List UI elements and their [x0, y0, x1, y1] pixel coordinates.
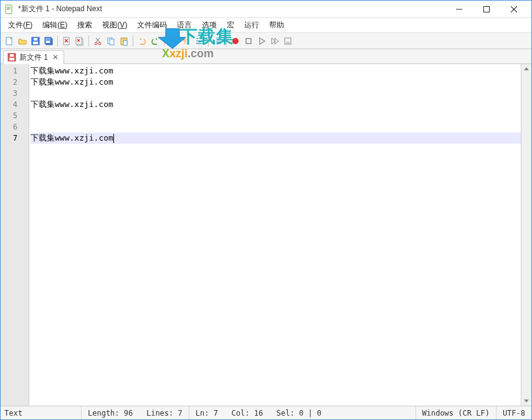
paste-icon[interactable]: [118, 35, 130, 47]
line-number: 5: [1, 110, 29, 121]
svg-point-24: [98, 42, 101, 45]
line-number-gutter: 1 2 3 4 5 6 7: [1, 64, 29, 406]
svg-rect-1: [7, 7, 11, 7]
tab-close-icon[interactable]: ✕: [51, 53, 60, 62]
svg-text:¶: ¶: [183, 37, 187, 45]
svg-point-42: [232, 38, 239, 44]
line-number: 3: [1, 88, 29, 99]
menu-run[interactable]: 运行: [239, 18, 264, 32]
undo-icon[interactable]: [136, 35, 148, 47]
status-encoding[interactable]: UTF-8: [496, 406, 531, 419]
stop-macro-icon[interactable]: [242, 35, 255, 47]
window-title: *新文件 1 - Notepad Next: [18, 4, 102, 14]
copy-icon[interactable]: [105, 35, 117, 47]
titlebar: *新文件 1 - Notepad Next: [1, 1, 531, 18]
code-line[interactable]: 下载集www.xzji.com: [31, 99, 531, 110]
svg-rect-30: [123, 37, 125, 39]
svg-rect-43: [246, 39, 251, 44]
menu-file[interactable]: 文件(F): [3, 18, 37, 32]
redo-icon[interactable]: [149, 35, 161, 47]
svg-rect-47: [9, 58, 14, 60]
app-icon: [4, 4, 14, 14]
svg-rect-12: [34, 38, 37, 40]
svg-rect-2: [7, 8, 11, 9]
tabbar: 新文件 1 ✕: [1, 49, 531, 64]
menu-help[interactable]: 帮助: [264, 18, 289, 32]
cut-icon[interactable]: [92, 35, 104, 47]
menubar: 文件(F) 编辑(E) 搜索 视图(V) 文件编码 语言 选项 宏 运行 帮助: [1, 18, 531, 33]
minimize-button[interactable]: [445, 1, 473, 18]
vertical-scrollbar[interactable]: [521, 64, 531, 406]
new-file-icon[interactable]: [3, 35, 16, 47]
svg-rect-15: [46, 41, 50, 43]
save-icon[interactable]: [29, 35, 42, 47]
close-all-icon[interactable]: [74, 35, 86, 47]
line-number: 6: [1, 121, 29, 133]
indent-icon[interactable]: [211, 35, 224, 47]
whitespace-icon[interactable]: ¶: [180, 35, 192, 47]
svg-rect-28: [110, 39, 114, 45]
menu-edit[interactable]: 编辑(E): [37, 18, 72, 32]
status-length: Length: 96 Lines: 7: [82, 406, 189, 419]
close-file-icon[interactable]: [60, 35, 73, 47]
editor[interactable]: 1 2 3 4 5 6 7 下载集www.xzji.com 下载集www.xzj…: [1, 64, 531, 406]
save-all-icon[interactable]: [42, 35, 55, 47]
open-file-icon[interactable]: [16, 35, 29, 47]
toolbar: ¶: [1, 33, 531, 49]
code-line[interactable]: [31, 121, 531, 133]
line-number: 2: [1, 77, 29, 88]
play-macro-icon[interactable]: [255, 35, 268, 47]
status-eol[interactable]: Windows (CR LF): [416, 406, 496, 419]
status-position: Ln: 7 Col: 16 Sel: 0 | 0: [189, 406, 416, 419]
svg-rect-45: [286, 42, 290, 44]
save-macro-icon[interactable]: [282, 35, 294, 47]
indent-guides-icon[interactable]: [193, 35, 206, 47]
tab-active[interactable]: 新文件 1 ✕: [3, 50, 64, 64]
save-unsaved-icon: [7, 53, 16, 62]
menu-macro[interactable]: 宏: [222, 18, 239, 32]
menu-settings[interactable]: 选项: [197, 18, 222, 32]
svg-rect-11: [33, 42, 38, 44]
menu-view[interactable]: 视图(V): [97, 18, 132, 32]
svg-rect-3: [7, 9, 9, 10]
line-number: 4: [1, 99, 29, 110]
svg-rect-31: [123, 40, 127, 45]
svg-rect-48: [10, 54, 14, 57]
record-macro-icon[interactable]: [229, 35, 242, 47]
svg-rect-5: [484, 6, 490, 12]
maximize-button[interactable]: [473, 1, 500, 18]
menu-encoding[interactable]: 文件编码: [132, 18, 172, 32]
wordwrap-icon[interactable]: [167, 35, 179, 47]
line-number: 1: [1, 65, 29, 77]
code-area[interactable]: 下载集www.xzji.com 下载集www.xzji.com 下载集www.x…: [29, 64, 531, 406]
svg-point-23: [95, 42, 97, 45]
code-line-current[interactable]: 下载集www.xzji.com: [31, 133, 531, 144]
play-multi-icon[interactable]: [268, 35, 281, 47]
code-line[interactable]: 下载集www.xzji.com: [31, 77, 531, 88]
code-line[interactable]: 下载集www.xzji.com: [31, 65, 531, 77]
status-doctype: Text: [1, 406, 82, 419]
code-line[interactable]: [31, 88, 531, 99]
tab-label: 新文件 1: [19, 52, 48, 63]
menu-search[interactable]: 搜索: [72, 18, 97, 32]
menu-language[interactable]: 语言: [172, 18, 197, 32]
statusbar: Text Length: 96 Lines: 7 Ln: 7 Col: 16 S…: [1, 406, 531, 419]
code-line[interactable]: [31, 110, 531, 121]
text-caret: [113, 134, 114, 143]
close-button[interactable]: [500, 1, 528, 18]
line-number: 7: [1, 133, 29, 144]
svg-rect-9: [10, 37, 12, 39]
